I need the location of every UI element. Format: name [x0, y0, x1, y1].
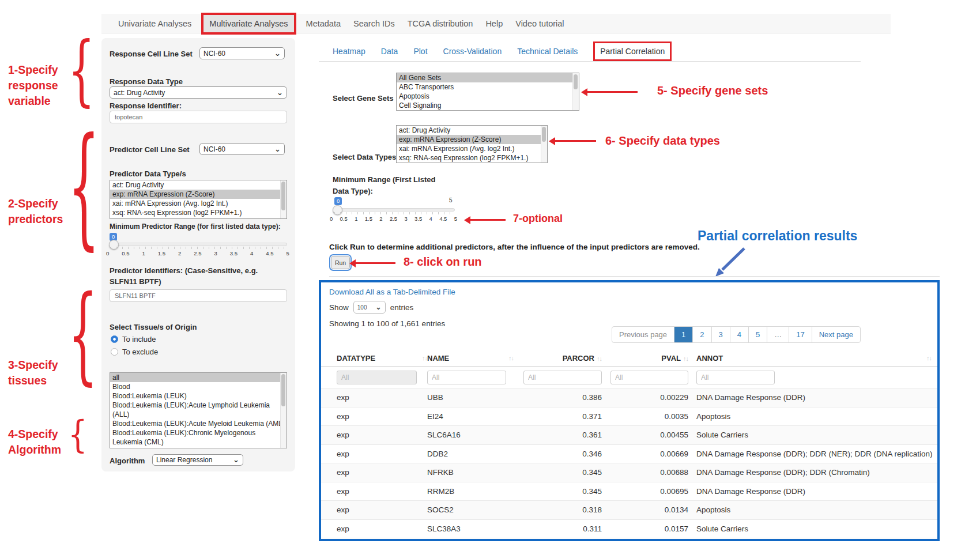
list-item-selected[interactable]: exp: mRNA Expression (Z-Score)	[110, 190, 287, 199]
filter-pval-input[interactable]	[610, 371, 688, 384]
nav-univariate-analyses[interactable]: Univariate Analyses	[112, 19, 198, 28]
list-item[interactable]: Blood:Leukemia (LEUK):Acute Lymphoid Leu…	[110, 401, 287, 419]
nav-metadata[interactable]: Metadata	[300, 19, 347, 28]
cell-parcor: 0.346	[514, 450, 602, 458]
sort-icon[interactable]: ↑↓	[597, 355, 602, 362]
sort-icon[interactable]: ↑↓	[422, 354, 427, 361]
list-item-selected[interactable]: all	[110, 373, 287, 382]
algorithm-label: Algorithm	[110, 456, 145, 465]
min-range-label: Minimum Range (First ListedData Type):	[333, 174, 435, 197]
list-item[interactable]: xai: mRNA Expression (Avg. log2 Int.)	[110, 199, 287, 208]
nav-video-tutorial[interactable]: Video tutorial	[509, 19, 570, 28]
table-header-row: DATATYPE↑↓ NAME↑↓ PARCOR↑↓ PVAL↑↓ ANNOT↑…	[321, 349, 937, 367]
blue-arrow	[706, 247, 749, 280]
list-item-selected[interactable]: exp: mRNA Expression (Z-Score)	[397, 135, 547, 144]
page-button-4[interactable]: 4	[730, 327, 748, 342]
filter-datatype-input[interactable]	[337, 371, 417, 384]
scrollbar-thumb[interactable]	[574, 74, 578, 89]
radio-to-include[interactable]: To include	[111, 335, 156, 344]
data-types-label: Select Data Types	[333, 153, 396, 161]
tab-cross-validation[interactable]: Cross-Validation	[443, 47, 502, 56]
list-item[interactable]: Blood:Leukemia (LEUK)	[110, 391, 287, 401]
scrollbar[interactable]	[541, 126, 547, 163]
filter-annot-input[interactable]	[696, 371, 775, 384]
list-item[interactable]: Apoptosis	[397, 92, 579, 101]
page-size-select[interactable]: 100 ⌄	[353, 301, 386, 314]
select-value: act: Drug Activity	[114, 89, 165, 97]
tab-partial-correlation[interactable]: Partial Correlation	[593, 41, 672, 61]
tab-data[interactable]: Data	[381, 47, 398, 56]
cell-annot: DNA Damage Response (DDR); DDR (NER); DD…	[688, 450, 937, 458]
nav-search-ids[interactable]: Search IDs	[347, 19, 401, 28]
chevron-down-icon: ⌄	[375, 305, 382, 310]
list-item[interactable]: Cell Signaling	[397, 101, 579, 110]
tab-underline	[319, 61, 861, 62]
column-header-pval[interactable]: PVAL	[661, 354, 681, 363]
scrollbar-thumb[interactable]	[281, 182, 285, 210]
cell-pval: 0.0035	[602, 412, 688, 421]
radio-selected-icon[interactable]	[111, 335, 118, 343]
sort-icon[interactable]: ↑↓	[926, 354, 932, 361]
nav-multivariate-analyses[interactable]: Multivariate Analyses	[201, 13, 296, 35]
column-header-parcor[interactable]: PARCOR	[563, 354, 594, 363]
response-identifier-input[interactable]	[110, 111, 287, 123]
predictor-range-slider[interactable]	[110, 243, 287, 246]
nav-tcga-distribution[interactable]: TCGA distribution	[401, 19, 480, 28]
tab-technical-details[interactable]: Technical Details	[517, 47, 578, 56]
list-item[interactable]: Blood:Leukemia (LEUK):Acute Myeloid Leuk…	[110, 419, 287, 428]
annotation-step5: 5- Specify gene sets	[657, 84, 768, 97]
page-button-5[interactable]: 5	[748, 327, 767, 342]
list-item[interactable]: Blood:Leukemia (LEUK):Chronic Myelogenou…	[110, 428, 287, 447]
list-item[interactable]: xsq: RNA-seq Expression (log2 FPKM+1.)	[110, 208, 287, 217]
prev-page-button[interactable]: Previous page	[612, 327, 674, 342]
scrollbar-thumb[interactable]	[281, 374, 285, 406]
list-item-selected[interactable]: All Gene Sets	[397, 73, 579, 82]
gene-sets-listbox: All Gene Sets ABC Transporters Apoptosis…	[396, 73, 579, 111]
list-item[interactable]: act: Drug Activity	[110, 180, 287, 190]
tab-plot[interactable]: Plot	[413, 47, 427, 56]
page-button-17[interactable]: 17	[789, 327, 811, 342]
brace-step3: {	[68, 293, 98, 376]
list-item[interactable]: Blood	[110, 382, 287, 391]
min-range-slider[interactable]	[333, 208, 455, 212]
table-row: exp SOCS2 0.318 0.0134 Apoptosis	[321, 500, 937, 519]
nav-help[interactable]: Help	[479, 19, 509, 28]
sort-icon[interactable]: ↑↓	[683, 355, 688, 362]
filter-name-input[interactable]	[427, 371, 506, 384]
cell-annot: DNA Damage Response (DDR); DDR (Chromati…	[688, 468, 937, 477]
radio-to-exclude[interactable]: To exclude	[111, 348, 158, 356]
sort-icon[interactable]: ↑↓	[508, 354, 514, 361]
column-header-annot[interactable]: ANNOT	[696, 354, 723, 363]
list-item[interactable]: act: Drug Activity	[397, 126, 547, 135]
predictor-identifiers-input[interactable]	[110, 289, 287, 302]
list-item[interactable]: ABC Transporters	[397, 82, 579, 92]
cell-pval: 0.00688	[602, 468, 688, 477]
scrollbar[interactable]	[280, 180, 287, 218]
chevron-down-icon: ⌄	[274, 51, 281, 56]
page-button-2[interactable]: 2	[692, 327, 711, 342]
page-button-3[interactable]: 3	[711, 327, 730, 342]
column-header-name[interactable]: NAME	[427, 354, 449, 363]
red-arrow-data-types	[555, 140, 596, 142]
algorithm-select[interactable]: Linear Regression ⌄	[152, 454, 243, 466]
slider-tick-labels: 00.51 1.522.5 33.54 4.55	[330, 216, 457, 222]
response-data-type-select[interactable]: act: Drug Activity ⌄	[110, 86, 287, 99]
list-item[interactable]: xai: mRNA Expression (Avg. log2 Int.)	[397, 144, 547, 153]
next-page-button[interactable]: Next page	[812, 327, 860, 342]
download-link[interactable]: Download All as a Tab-Delimited File	[329, 288, 455, 296]
column-header-datatype[interactable]: DATATYPE	[337, 354, 375, 363]
scrollbar-thumb[interactable]	[542, 127, 546, 142]
table-row: exp NFRKB 0.345 0.00688 DNA Damage Respo…	[321, 463, 937, 482]
run-button[interactable]: Run	[331, 256, 350, 269]
tissue-origin-label: Select Tissue/s of Origin	[110, 323, 197, 331]
predictor-cell-line-set-select[interactable]: NCI-60 ⌄	[199, 143, 285, 155]
scrollbar[interactable]	[572, 73, 579, 110]
page-button-1[interactable]: 1	[674, 327, 692, 342]
filter-parcor-input[interactable]	[523, 371, 602, 384]
chevron-down-icon: ⌄	[274, 147, 281, 152]
tab-heatmap[interactable]: Heatmap	[333, 47, 365, 56]
response-cell-line-set-select[interactable]: NCI-60 ⌄	[199, 47, 285, 59]
list-item[interactable]: xsq: RNA-seq Expression (log2 FPKM+1.)	[397, 153, 547, 163]
scrollbar[interactable]	[280, 373, 287, 448]
radio-unselected-icon[interactable]	[111, 348, 118, 356]
